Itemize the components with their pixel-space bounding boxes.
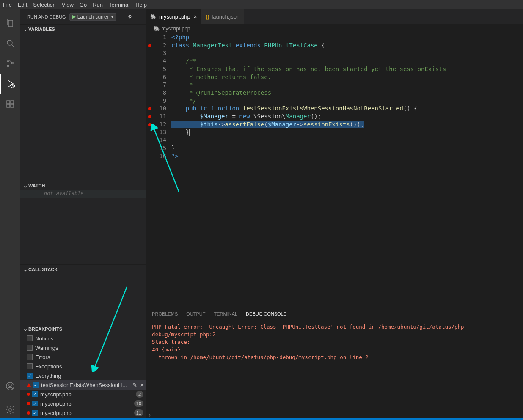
checkbox[interactable] [27, 354, 33, 360]
chevron-down-icon: ▾ [111, 15, 113, 19]
json-file-icon: {} [206, 14, 209, 20]
breadcrumbs[interactable]: 🐘 myscript.php [146, 24, 523, 33]
run-debug-icon[interactable] [0, 74, 20, 94]
php-file-icon: 🐘 [150, 14, 157, 20]
gear-icon[interactable]: ⚙ [128, 14, 132, 19]
source-control-icon[interactable] [0, 53, 20, 74]
panel-tab-terminal[interactable]: TERMINAL [214, 310, 237, 318]
menu-run[interactable]: Run [93, 2, 103, 8]
line-badge: 11 [134, 409, 143, 416]
checkbox[interactable]: ✓ [32, 410, 38, 416]
settings-gear-icon[interactable] [0, 400, 20, 420]
svg-rect-5 [7, 101, 10, 104]
svg-point-3 [11, 62, 14, 64]
search-icon[interactable] [0, 33, 20, 53]
bp-category-errors[interactable]: Errors [20, 352, 146, 362]
breakpoint-dot-icon[interactable] [148, 115, 151, 118]
bp-category-notices[interactable]: Notices [20, 334, 146, 343]
breakpoint-dot-icon[interactable] [148, 107, 151, 110]
checkbox[interactable] [27, 363, 33, 369]
svg-point-0 [7, 40, 12, 45]
bp-category-everything[interactable]: ✓Everything [20, 371, 146, 380]
bp-file-item[interactable]: ✓testSessionExistsWhenSessionH…✎× [20, 380, 146, 390]
line-badge: 2 [136, 391, 143, 398]
svg-point-2 [7, 65, 9, 67]
close-icon[interactable]: × [194, 14, 197, 20]
breakpoint-dot-icon [27, 393, 30, 396]
svg-point-11 [9, 409, 11, 411]
checkbox[interactable]: ✓ [27, 373, 33, 379]
tab-launch.json[interactable]: {}launch.json [201, 9, 244, 24]
edit-icon[interactable]: ✎ [132, 382, 137, 388]
bp-file-item[interactable]: ✓myscript.php2 [20, 390, 146, 399]
variables-section[interactable]: ⌄VARIABLES [20, 25, 146, 34]
activity-bar [0, 9, 20, 420]
svg-point-1 [7, 60, 9, 62]
bp-category-warnings[interactable]: Warnings [20, 343, 146, 352]
bp-file-item[interactable]: ✓myscript.php10 [20, 399, 146, 408]
callstack-section[interactable]: ⌄CALL STACK [20, 265, 146, 274]
checkbox[interactable]: ✓ [32, 401, 38, 406]
bp-file-item[interactable]: ✓myscript.php11 [20, 408, 146, 417]
breakpoint-dot-icon[interactable] [148, 44, 151, 47]
breakpoint-dot-icon [27, 411, 30, 415]
bp-category-exceptions[interactable]: Exceptions [20, 362, 146, 371]
watch-item[interactable]: if: not available [20, 190, 146, 198]
checkbox[interactable]: ✓ [32, 391, 38, 397]
extensions-icon[interactable] [0, 94, 20, 114]
menu-file[interactable]: File [3, 2, 12, 8]
svg-rect-6 [7, 104, 10, 107]
line-badge: 10 [134, 400, 143, 407]
panel-tab-problems[interactable]: PROBLEMS [152, 310, 178, 318]
checkbox[interactable] [27, 335, 33, 341]
checkbox[interactable] [27, 345, 33, 351]
more-icon[interactable]: ⋯ [138, 14, 143, 19]
remove-icon[interactable]: × [140, 382, 144, 388]
debug-sidebar: RUN AND DEBUG ▶ Launch currer ▾ ⚙ ⋯ ⌄VAR… [20, 9, 146, 420]
launch-config-select[interactable]: ▶ Launch currer ▾ [69, 13, 116, 21]
editor-area: 🐘myscript.php×{}launch.json 🐘 myscript.p… [146, 9, 523, 420]
php-file-icon: 🐘 [154, 26, 160, 32]
menu-view[interactable]: View [62, 2, 74, 8]
menu-selection[interactable]: Selection [33, 2, 55, 8]
editor-tabs: 🐘myscript.php×{}launch.json [146, 9, 523, 24]
accounts-icon[interactable] [0, 376, 20, 396]
panel-tabs: PROBLEMSOUTPUTTERMINALDEBUG CONSOLE [146, 307, 523, 321]
status-bar[interactable] [0, 418, 523, 420]
breakpoint-dot-icon[interactable] [148, 123, 151, 126]
svg-rect-7 [11, 104, 14, 107]
checkbox[interactable]: ✓ [33, 382, 39, 388]
sidebar-title: RUN AND DEBUG [27, 14, 66, 19]
svg-point-10 [9, 384, 11, 387]
breakpoint-dot-icon [27, 402, 30, 405]
play-icon: ▶ [72, 14, 76, 19]
menubar[interactable]: FileEditSelectionViewGoRunTerminalHelp [0, 0, 523, 9]
panel-tab-output[interactable]: OUTPUT [186, 310, 205, 318]
watch-section[interactable]: ⌄WATCH [20, 181, 146, 190]
breakpoint-triangle-icon [27, 383, 31, 387]
breakpoints-section[interactable]: ⌄BREAKPOINTS [20, 324, 146, 334]
menu-terminal[interactable]: Terminal [109, 2, 129, 8]
menu-help[interactable]: Help [135, 2, 147, 8]
launch-config-label: Launch currer [77, 14, 109, 20]
tab-myscript.php[interactable]: 🐘myscript.php× [146, 9, 201, 24]
panel-tab-debug-console[interactable]: DEBUG CONSOLE [246, 310, 286, 318]
bottom-panel: PROBLEMSOUTPUTTERMINALDEBUG CONSOLE PHP … [146, 307, 523, 420]
menu-edit[interactable]: Edit [18, 2, 27, 8]
svg-rect-8 [11, 101, 14, 104]
menu-go[interactable]: Go [80, 2, 87, 8]
explorer-icon[interactable] [0, 13, 20, 33]
code-editor[interactable]: 12345678910111213141516 <?phpclass Manag… [146, 33, 523, 307]
debug-console-output[interactable]: PHP Fatal error: Uncaught Error: Class '… [146, 321, 523, 409]
